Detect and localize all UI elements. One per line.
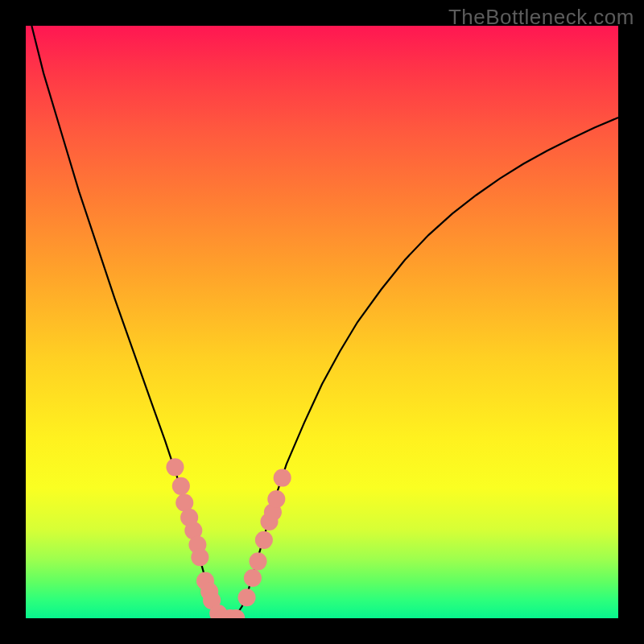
marker-dot [237, 588, 255, 606]
marker-dot [255, 531, 273, 549]
marker-dot [166, 458, 184, 476]
watermark-text: TheBottleneck.com [448, 5, 634, 30]
marker-dots [166, 458, 291, 618]
curve-line [31, 26, 618, 618]
marker-dot [172, 477, 190, 495]
chart-svg [26, 26, 618, 618]
marker-dot [274, 469, 291, 487]
chart-frame: TheBottleneck.com [0, 0, 644, 644]
marker-dot [267, 490, 285, 508]
marker-dot [244, 569, 262, 587]
marker-dot [249, 552, 266, 570]
marker-dot [191, 548, 208, 566]
plot-area [26, 26, 618, 618]
